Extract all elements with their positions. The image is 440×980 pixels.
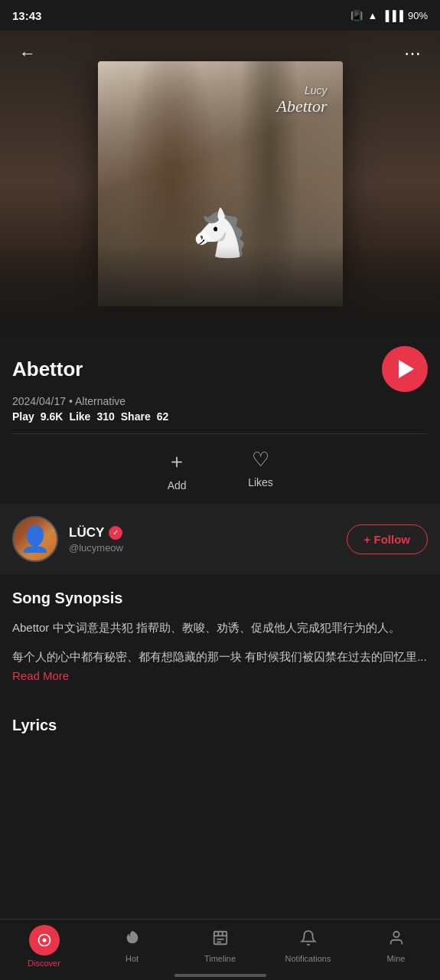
lyrics-title: Lyrics	[12, 717, 428, 734]
lyrics-section: Lyrics	[0, 710, 440, 822]
synopsis-text-2: 每个人的心中都有秘密、都有想隐藏的那一块 有时候我们被囚禁在过去的回忆里...	[12, 650, 427, 663]
header-nav: ← ⋯	[0, 31, 440, 77]
nav-item-discover[interactable]: Discover	[0, 925, 88, 968]
signal-icon: ▐▐▐	[382, 10, 403, 21]
timeline-label: Timeline	[204, 954, 236, 963]
notifications-label: Notifications	[285, 954, 331, 963]
heart-icon: ♡	[252, 448, 269, 472]
status-time: 13:43	[12, 9, 41, 22]
add-icon: ＋	[167, 448, 187, 475]
discover-label: Discover	[28, 959, 60, 968]
play-button[interactable]	[382, 346, 428, 392]
album-overlay-title: Abettor	[277, 96, 328, 116]
song-meta: 2024/04/17 • Alternative	[12, 395, 428, 407]
nav-item-hot[interactable]: Hot	[88, 929, 176, 963]
mine-icon	[388, 929, 405, 951]
share-button[interactable]: ⋯	[397, 38, 428, 69]
album-art-container: Lucy Abettor	[0, 31, 440, 337]
synopsis-title: Song Synopsis	[12, 590, 428, 607]
verified-icon: ✓	[109, 526, 122, 540]
action-buttons: ＋ Add ♡ Likes	[12, 445, 428, 504]
synopsis-paragraph-1: Abettor 中文词意是共犯 指帮助、教唆、劝诱、促成他人完成犯罪行为的人。	[12, 618, 428, 638]
nav-item-notifications[interactable]: Notifications	[264, 929, 352, 963]
hot-icon	[124, 929, 141, 951]
share-label: Share	[121, 410, 151, 423]
add-label: Add	[168, 479, 187, 492]
battery-level: 90%	[408, 10, 428, 21]
artist-info: LÜCY ✓ @lucymeow	[69, 525, 123, 554]
divider	[12, 433, 428, 434]
svg-point-7	[393, 931, 399, 936]
share-count: 62	[157, 410, 169, 423]
play-count: 9.6K	[41, 410, 64, 423]
song-title: Abettor	[12, 358, 83, 381]
bottom-nav: Discover Hot Timeline	[0, 919, 440, 980]
song-info: Abettor 2024/04/17 • Alternative Play 9.…	[0, 337, 440, 504]
artist-name-row: LÜCY ✓	[69, 525, 123, 541]
play-label: Play	[12, 410, 34, 423]
song-meta-dot: •	[69, 395, 75, 407]
gradient-overlay	[0, 245, 440, 337]
synopsis-paragraph-2: 每个人的心中都有秘密、都有想隐藏的那一块 有时候我们被囚禁在过去的回忆里... …	[12, 647, 428, 686]
likes-button[interactable]: ♡ Likes	[248, 448, 273, 492]
nav-item-mine[interactable]: Mine	[352, 929, 440, 963]
discover-icon	[29, 925, 60, 956]
battery-icon: 📳	[350, 10, 363, 21]
notifications-icon	[300, 929, 317, 951]
mine-label: Mine	[387, 954, 406, 963]
timeline-icon	[212, 929, 229, 951]
song-title-row: Abettor	[12, 346, 428, 392]
add-button[interactable]: ＋ Add	[167, 448, 187, 492]
song-date: 2024/04/17	[12, 395, 66, 407]
like-label: Like	[69, 410, 90, 423]
artist-section: LÜCY ✓ @lucymeow + Follow	[0, 504, 440, 574]
song-stats: Play 9.6K Like 310 Share 62	[12, 410, 428, 423]
album-overlay-artist: Lucy	[277, 84, 328, 96]
follow-button[interactable]: + Follow	[347, 524, 428, 554]
home-indicator	[174, 974, 266, 977]
artist-avatar[interactable]	[12, 516, 58, 562]
nav-item-timeline[interactable]: Timeline	[176, 929, 264, 963]
synopsis-section: Song Synopsis Abettor 中文词意是共犯 指帮助、教唆、劝诱、…	[0, 574, 440, 710]
likes-label: Likes	[248, 476, 273, 488]
album-title-overlay: Lucy Abettor	[277, 84, 328, 116]
status-icons: 📳 ▲ ▐▐▐ 90%	[350, 10, 428, 21]
svg-point-0	[42, 938, 46, 942]
wifi-icon: ▲	[367, 10, 377, 21]
back-button[interactable]: ←	[12, 38, 43, 69]
synopsis-text: Abettor 中文词意是共犯 指帮助、教唆、劝诱、促成他人完成犯罪行为的人。 …	[12, 618, 428, 686]
album-art-background: Lucy Abettor	[0, 31, 440, 337]
like-count: 310	[96, 410, 114, 423]
artist-name: LÜCY	[69, 525, 104, 541]
read-more-button[interactable]: Read More	[12, 669, 69, 682]
artist-left: LÜCY ✓ @lucymeow	[12, 516, 123, 562]
synopsis-text-1: Abettor 中文词意是共犯 指帮助、教唆、劝诱、促成他人完成犯罪行为的人。	[12, 621, 400, 634]
song-genre: Alternative	[75, 395, 125, 407]
artist-handle: @lucymeow	[69, 542, 123, 554]
status-bar: 13:43 📳 ▲ ▐▐▐ 90%	[0, 0, 440, 31]
hot-label: Hot	[125, 954, 139, 963]
